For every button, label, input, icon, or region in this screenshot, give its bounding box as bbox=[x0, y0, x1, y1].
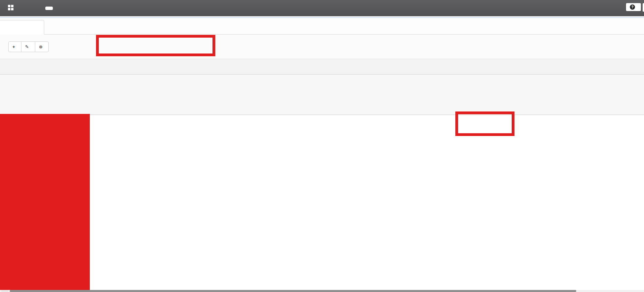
orders-grid bbox=[0, 74, 644, 292]
toolbar-button-group: + ✎ ⊗ bbox=[8, 41, 49, 52]
toolbar: + ✎ ⊗ bbox=[0, 35, 644, 59]
scrollbar-left-arrow[interactable] bbox=[1, 290, 8, 292]
grid-filter-row bbox=[0, 101, 644, 115]
circle-x-icon: ⊗ bbox=[39, 44, 43, 49]
grid-logo-icon bbox=[8, 5, 13, 12]
scrollbar-thumb[interactable] bbox=[10, 290, 576, 292]
help-icon: ? bbox=[630, 4, 635, 10]
group-by-drop-zone bbox=[0, 59, 644, 74]
horizontal-scrollbar[interactable] bbox=[0, 290, 644, 292]
edit-labels-button[interactable] bbox=[45, 7, 53, 10]
remove-from-order-button[interactable]: ⊗ bbox=[35, 41, 49, 52]
help-button[interactable]: ? bbox=[626, 3, 641, 11]
cut-off-button bbox=[643, 3, 644, 12]
plus-icon: + bbox=[12, 44, 15, 49]
top-bar: ? bbox=[0, 0, 644, 16]
brand[interactable] bbox=[8, 5, 16, 12]
app-window: ? + ✎ ⊗ bbox=[0, 0, 644, 292]
tab-current-open-pos[interactable] bbox=[0, 20, 44, 35]
tab-bar bbox=[0, 18, 644, 35]
redaction-block bbox=[0, 114, 90, 290]
pencil-icon: ✎ bbox=[25, 44, 29, 49]
grid-header-row bbox=[0, 74, 644, 101]
edit-button[interactable]: ✎ bbox=[21, 41, 35, 52]
tab-recent-approvals[interactable] bbox=[44, 18, 45, 34]
add-button[interactable]: + bbox=[8, 41, 21, 52]
